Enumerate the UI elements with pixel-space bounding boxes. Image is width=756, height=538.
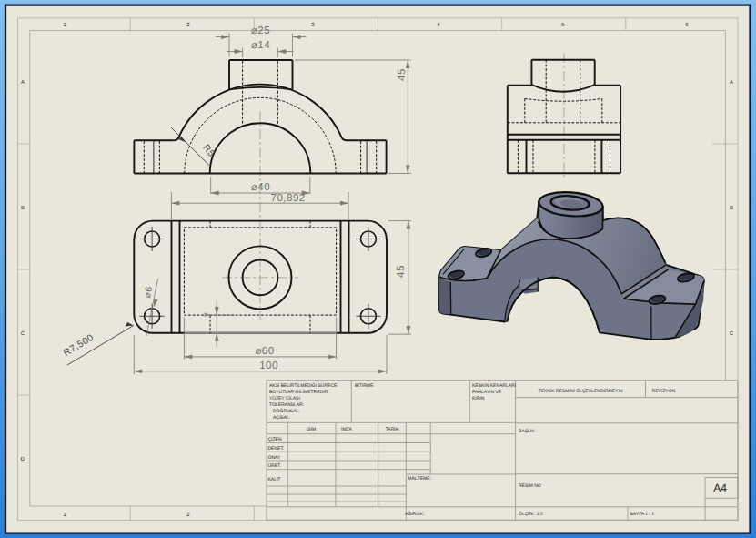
svg-text:AKSİ BELİRTİLMEDİĞİ SÜRECE:: AKSİ BELİRTİLMEDİĞİ SÜRECE: bbox=[269, 382, 338, 389]
svg-text:45: 45 bbox=[397, 68, 408, 81]
svg-text:TOLERANSLAR:: TOLERANSLAR: bbox=[269, 402, 304, 408]
svg-text:⌀14: ⌀14 bbox=[251, 40, 270, 51]
svg-text:TARİH: TARİH bbox=[386, 426, 399, 432]
svg-text:DENET.: DENET. bbox=[268, 446, 285, 452]
svg-text:ÇİZEN: ÇİZEN bbox=[268, 436, 282, 442]
svg-text:ÜRET.: ÜRET. bbox=[268, 462, 281, 469]
svg-text:A: A bbox=[21, 79, 25, 86]
svg-text:KESKİN KENARLARI: KESKİN KENARLARI bbox=[472, 382, 516, 389]
svg-text:⌀60: ⌀60 bbox=[255, 346, 274, 357]
svg-text:TEKNİK RESMİNİ ÖLÇEKLENDİRMEYİ: TEKNİK RESMİNİ ÖLÇEKLENDİRMEYİN bbox=[539, 388, 623, 394]
svg-text:KIRIN: KIRIN bbox=[472, 396, 485, 401]
svg-text:RESİM NO: RESİM NO bbox=[519, 482, 541, 489]
svg-text:YÜZEY CİLASI:: YÜZEY CİLASI: bbox=[269, 395, 301, 401]
svg-text:B: B bbox=[21, 205, 25, 211]
svg-text:AÇISAL:: AÇISAL: bbox=[273, 415, 290, 421]
svg-text:⌀40: ⌀40 bbox=[251, 182, 270, 193]
svg-text:D: D bbox=[21, 456, 25, 462]
svg-text:REVİZYON: REVİZYON bbox=[652, 388, 676, 394]
svg-text:⌀25: ⌀25 bbox=[251, 25, 270, 36]
svg-text:BAŞLIK:: BAŞLIK: bbox=[519, 429, 536, 434]
svg-text:DOĞRUSAL:: DOĞRUSAL: bbox=[273, 408, 299, 414]
svg-text:İSİM: İSİM bbox=[307, 426, 316, 432]
svg-text:ÖLÇEK: 1:2: ÖLÇEK: 1:2 bbox=[519, 511, 543, 517]
svg-text:100: 100 bbox=[259, 360, 278, 371]
svg-text:BOYUTLAR MİLİMETREDİR: BOYUTLAR MİLİMETREDİR bbox=[269, 389, 328, 395]
svg-text:KALİT: KALİT bbox=[268, 476, 281, 482]
svg-text:AĞIRLIK:: AĞIRLIK: bbox=[405, 511, 424, 517]
svg-text:C: C bbox=[730, 330, 734, 337]
svg-text:70,892: 70,892 bbox=[271, 193, 306, 204]
svg-text:A4: A4 bbox=[713, 482, 727, 494]
svg-text:MALZEME:: MALZEME: bbox=[408, 476, 431, 482]
svg-text:İMZA: İMZA bbox=[341, 426, 353, 432]
svg-text:BİTİRME:: BİTİRME: bbox=[355, 382, 375, 389]
svg-text:7: 7 bbox=[203, 311, 214, 317]
svg-text:PAHLAYIN VE: PAHLAYIN VE bbox=[472, 390, 502, 395]
svg-text:A: A bbox=[730, 79, 733, 86]
svg-text:B: B bbox=[730, 205, 733, 211]
svg-text:45: 45 bbox=[396, 265, 407, 278]
svg-text:C: C bbox=[21, 330, 25, 337]
svg-text:SAYFA 1 / 1: SAYFA 1 / 1 bbox=[630, 512, 655, 517]
svg-text:ONAY: ONAY bbox=[268, 455, 281, 461]
